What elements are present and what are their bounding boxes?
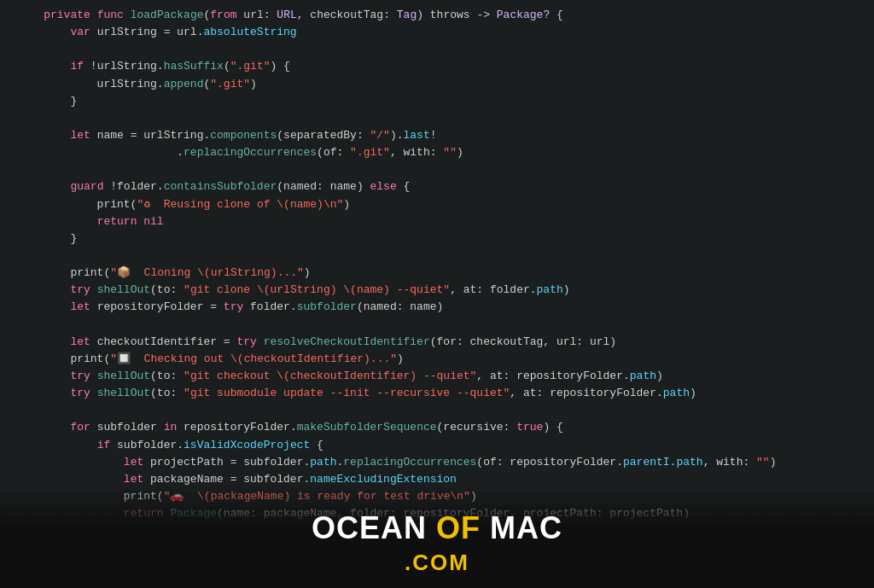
code-line: try shellOut(to: "git submodule update -…: [17, 385, 874, 402]
code-line: [17, 247, 874, 265]
code-line: let name = urlString.components(separate…: [17, 127, 874, 144]
code-line: [17, 41, 874, 58]
watermark-of-text: OF: [436, 510, 481, 545]
code-line: [17, 161, 874, 178]
code-line: var urlString = url.absoluteString: [17, 24, 874, 41]
code-line: if subfolder.isValidXcodeProject {: [17, 437, 874, 454]
code-line: guard !folder.containsSubfolder(named: n…: [17, 178, 874, 195]
watermark-ocean-text: OCEAN: [312, 510, 436, 545]
watermark-brand: OCEAN OF MAC: [312, 511, 562, 545]
code-line: [17, 402, 874, 419]
code-line: private func loadPackage(from url: URL, …: [17, 7, 874, 24]
code-line: try shellOut(to: "git checkout \(checkou…: [17, 368, 874, 385]
watermark-com: .COM: [405, 545, 469, 579]
code-line: let checkoutIdentifier = try resolveChec…: [17, 334, 874, 351]
code-line: urlString.append(".git"): [17, 76, 874, 93]
code-line: for subfolder in repositoryFolder.makeSu…: [17, 419, 874, 436]
code-line: .replacingOccurrences(of: ".git", with: …: [17, 144, 874, 161]
code-line: let projectPath = subfolder.path.replaci…: [17, 454, 874, 471]
watermark-ocean: OCEAN OF MAC: [312, 511, 562, 545]
code-line: try shellOut(to: "git clone \(urlString)…: [17, 282, 874, 299]
code-line: if !urlString.hasSuffix(".git") {: [17, 58, 874, 75]
code-line: }: [17, 230, 874, 247]
code-line: [17, 317, 874, 334]
code-line: print("♻️ Reusing clone of \(name)\n"): [17, 196, 874, 213]
code-line: print("📦 Cloning \(urlString)..."): [17, 265, 874, 282]
code-line: let repositoryFolder = try folder.subfol…: [17, 299, 874, 316]
watermark-overlay: OCEAN OF MAC .COM: [0, 486, 874, 588]
code-line: print("🔲 Checking out \(checkoutIdentifi…: [17, 351, 874, 368]
code-line: return nil: [17, 213, 874, 230]
watermark-mac-text: MAC: [481, 510, 562, 545]
code-lines: private func loadPackage(from url: URL, …: [17, 7, 874, 522]
code-line: [17, 110, 874, 127]
code-line: }: [17, 93, 874, 110]
